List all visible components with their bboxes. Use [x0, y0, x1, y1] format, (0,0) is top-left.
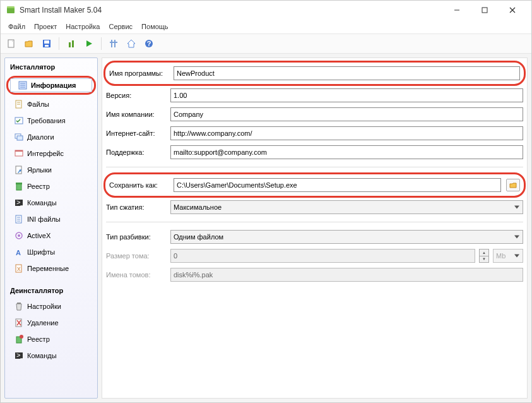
activex-icon	[14, 231, 24, 241]
save-icon[interactable]	[40, 37, 54, 51]
sidebar-label: Переменные	[27, 265, 69, 272]
sidebar-item-fonts[interactable]: AШрифты	[6, 245, 96, 259]
toolbar-separator	[101, 37, 102, 50]
spin-up-icon: ▲	[480, 250, 488, 256]
menu-settings[interactable]: Настройка	[62, 21, 103, 32]
browse-button[interactable]	[506, 179, 520, 191]
sidebar-item-interface[interactable]: Интерфейс	[6, 147, 96, 160]
window-controls	[443, 1, 526, 19]
trash-icon	[14, 301, 24, 311]
menu-project[interactable]: Проект	[30, 21, 61, 32]
select-volume-unit: Mb	[493, 249, 523, 263]
registry-red-icon	[14, 334, 24, 344]
sidebar-label: Команды	[27, 199, 57, 207]
input-company[interactable]	[170, 107, 523, 121]
input-support[interactable]	[170, 145, 523, 159]
sidebar-item-unsettings[interactable]: Настройки	[6, 299, 96, 313]
sidebar-item-ini[interactable]: INI файлы	[6, 212, 96, 226]
label-volume-size: Размер тома:	[106, 252, 167, 260]
highlight-information: Информация	[6, 76, 96, 95]
separator	[106, 222, 523, 222]
minimize-button[interactable]	[443, 1, 471, 19]
help-icon[interactable]: ?	[142, 37, 156, 51]
shortcuts-icon	[14, 165, 24, 175]
sidebar-label: Ярлыки	[27, 166, 52, 174]
input-program-name[interactable]	[174, 66, 520, 80]
svg-rect-46	[17, 303, 21, 304]
menu-service[interactable]: Сервис	[105, 21, 136, 32]
sidebar-item-uncommands[interactable]: >_Команды	[6, 349, 96, 363]
sidebar-label: Файлы	[27, 100, 49, 108]
ini-icon	[14, 214, 24, 224]
main-body: Инсталлятор Информация Файлы Требования …	[1, 54, 531, 402]
interface-icon	[14, 148, 24, 159]
commands-icon: >_	[14, 351, 24, 361]
label-save-as: Сохранить как:	[109, 181, 170, 189]
svg-text:>_: >_	[16, 198, 24, 206]
label-split: Тип разбивки:	[106, 233, 167, 241]
sidebar-item-delete[interactable]: Удаление	[6, 316, 96, 330]
spin-down-icon: ▼	[480, 256, 488, 263]
sidebar-label: Настройки	[27, 303, 61, 310]
svg-text:>_: >_	[16, 351, 24, 359]
home-icon[interactable]	[124, 37, 138, 51]
input-version[interactable]	[170, 88, 523, 102]
sidebar-item-variables[interactable]: xПеременные	[6, 262, 96, 275]
select-compression[interactable]: Максимальное	[170, 200, 523, 214]
volume-size-spinner: ▲▼	[479, 249, 489, 263]
sidebar-item-commands[interactable]: >_Команды	[6, 196, 96, 210]
registry-icon	[14, 181, 24, 191]
toolbar: ?	[1, 33, 531, 54]
menu-file[interactable]: Файл	[4, 21, 29, 32]
svg-marker-13	[86, 40, 92, 47]
info-icon	[18, 80, 28, 90]
label-company: Имя компании:	[106, 111, 167, 118]
run-icon[interactable]	[82, 37, 96, 51]
sidebar-item-dialogs[interactable]: Диалоги	[6, 130, 96, 144]
close-button[interactable]	[499, 1, 526, 19]
sidebar-label: Удаление	[27, 319, 59, 327]
files-icon	[14, 99, 24, 109]
input-website[interactable]	[170, 126, 523, 140]
sidebar-item-shortcuts[interactable]: Ярлыки	[6, 163, 96, 177]
sidebar-label: ActiveX	[27, 232, 50, 239]
sidebar-item-requirements[interactable]: Требования	[6, 114, 96, 128]
menu-help[interactable]: Помощь	[138, 21, 172, 32]
sidebar-item-unregistry[interactable]: Реестр	[6, 332, 96, 346]
input-save-as[interactable]	[174, 178, 501, 192]
input-volume-size	[170, 249, 475, 263]
sidebar-item-information[interactable]: Информация	[10, 78, 92, 92]
sidebar-label: Шрифты	[27, 248, 55, 256]
maximize-button[interactable]	[471, 1, 499, 19]
svg-rect-29	[17, 136, 23, 140]
sidebar-label: Информация	[31, 81, 76, 89]
svg-point-51	[20, 335, 23, 339]
highlight-save-as: Сохранить как:	[103, 172, 526, 198]
fonts-icon: A	[14, 247, 24, 257]
sidebar-label: Команды	[27, 352, 57, 359]
input-volume-names	[170, 268, 523, 282]
select-split[interactable]: Одним файлом	[170, 230, 523, 244]
sidebar-label: Диалоги	[27, 133, 54, 141]
titlebar: Smart Install Maker 5.04	[1, 1, 531, 20]
svg-rect-12	[72, 40, 74, 47]
svg-text:A: A	[16, 249, 21, 256]
installer-section-title: Инсталлятор	[6, 61, 96, 73]
tools-icon[interactable]	[107, 37, 121, 51]
commands-icon: >_	[14, 198, 24, 208]
sidebar-item-files[interactable]: Файлы	[6, 97, 96, 111]
sidebar-label: Реестр	[27, 335, 50, 343]
build-icon[interactable]	[64, 37, 78, 51]
toolbar-separator	[59, 37, 59, 50]
sidebar-item-activex[interactable]: ActiveX	[6, 229, 96, 243]
separator	[106, 167, 523, 167]
new-file-icon[interactable]	[4, 37, 18, 51]
sidebar-label: Интерфейс	[27, 150, 64, 157]
open-folder-icon[interactable]	[22, 37, 36, 51]
delete-icon	[14, 318, 24, 328]
sidebar-item-registry[interactable]: Реестр	[6, 179, 96, 193]
svg-rect-16	[110, 42, 117, 43]
sidebar: Инсталлятор Информация Файлы Требования …	[4, 57, 98, 399]
svg-marker-17	[127, 40, 135, 47]
requirements-icon	[14, 116, 24, 126]
